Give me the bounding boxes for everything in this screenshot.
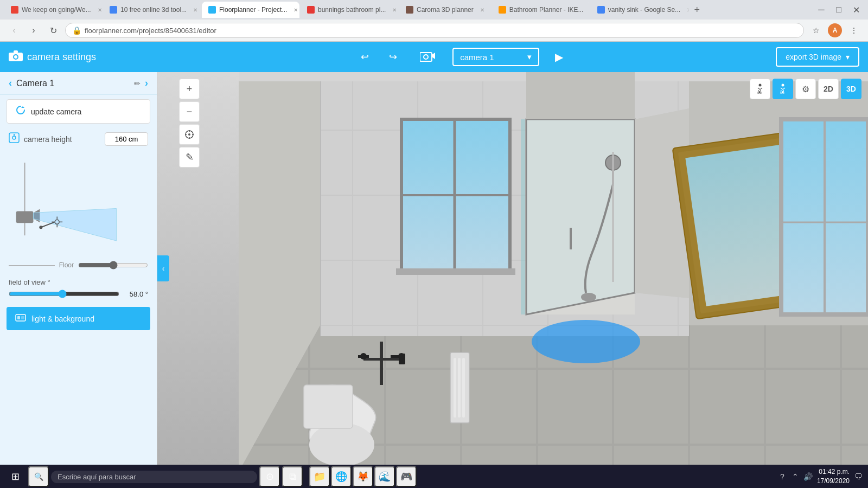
collapse-icon: ‹ bbox=[162, 264, 165, 273]
play-button[interactable]: ▶ bbox=[548, 46, 570, 68]
taskbar-search-bar[interactable] bbox=[51, 471, 257, 483]
camera-height-icon bbox=[9, 132, 20, 146]
taskbar-extra-button[interactable]: 🎮 bbox=[396, 466, 417, 487]
camera-3d-icon bbox=[420, 49, 435, 65]
more-button[interactable]: ⋮ bbox=[846, 23, 861, 38]
browser-controls: ‹ › ↻ 🔒 floorplanner.com/projects/854006… bbox=[0, 20, 868, 41]
forward-button[interactable]: › bbox=[26, 23, 41, 38]
taskbar: ⊞ 🔍 ⊙ ⧉ 📁 🌐 🦊 🌊 🎮 ? ⌃ 🔊 01:42 p.m. 17/09… bbox=[0, 465, 868, 488]
export-button[interactable]: export 3D image ▾ bbox=[776, 47, 859, 67]
camera-name: Camera 1 bbox=[16, 79, 130, 88]
undo-button[interactable]: ↩ bbox=[355, 47, 374, 67]
camera-selector[interactable]: camera 1 ▾ bbox=[452, 48, 539, 66]
taskbar-right: ? ⌃ 🔊 01:42 p.m. 17/09/2020 🗨 bbox=[777, 467, 864, 486]
reload-button[interactable]: ↻ bbox=[46, 23, 61, 38]
tab-favicon-3dtools bbox=[110, 6, 117, 14]
svg-point-31 bbox=[759, 84, 762, 87]
tab-bar: We keep on going/We... ✕ 10 free online … bbox=[0, 0, 868, 20]
taskbar-files-button[interactable]: 📁 bbox=[309, 466, 330, 487]
svg-point-65 bbox=[309, 423, 374, 465]
left-panel: ‹ Camera 1 ✏ › update camera bbox=[0, 72, 157, 465]
camera-edit-icon[interactable]: ✏ bbox=[134, 79, 141, 88]
tab-gmail[interactable]: We keep on going/We... ✕ bbox=[4, 2, 102, 18]
fov-row: 58.0 ° bbox=[9, 290, 148, 298]
fov-slider[interactable] bbox=[9, 290, 119, 298]
mode-2d-button[interactable]: 2D bbox=[818, 79, 839, 99]
new-tab-button[interactable]: + bbox=[690, 2, 705, 17]
mode-3d-button[interactable]: 3D bbox=[841, 79, 861, 99]
tab-label-caroma: Caroma 3D planner bbox=[417, 6, 474, 14]
zoom-out-button[interactable]: − bbox=[179, 101, 200, 122]
close-button[interactable]: ✕ bbox=[848, 2, 864, 17]
tab-close-google[interactable]: ✕ bbox=[687, 7, 688, 13]
taskbar-edge-button[interactable]: 🌊 bbox=[374, 466, 395, 487]
tab-label-floorplanner: Floorplanner - Project... bbox=[219, 6, 287, 14]
redo-button[interactable]: ↪ bbox=[383, 47, 403, 67]
tab-close-gmail[interactable]: ✕ bbox=[98, 7, 102, 13]
tab-3dtools[interactable]: 10 free online 3d tool... ✕ bbox=[103, 2, 201, 18]
url-text: floorplanner.com/projects/85400631/edito… bbox=[85, 27, 216, 35]
address-bar[interactable]: 🔒 floorplanner.com/projects/85400631/edi… bbox=[65, 23, 804, 38]
tab-google[interactable]: vanity sink - Google Se... ✕ bbox=[591, 2, 688, 18]
toolbar-title: camera settings bbox=[27, 52, 96, 63]
taskbar-apps: 📁 🌐 🦊 🌊 🎮 bbox=[309, 466, 417, 487]
security-icon: 🔒 bbox=[72, 26, 81, 35]
svg-point-26 bbox=[188, 133, 190, 136]
light-background-button[interactable]: light & background bbox=[7, 307, 150, 330]
minimize-button[interactable]: ─ bbox=[814, 2, 829, 17]
fov-label: field of view ° bbox=[9, 278, 148, 286]
svg-point-78 bbox=[532, 320, 640, 363]
tab-caroma[interactable]: Caroma 3D planner ✕ bbox=[399, 2, 491, 18]
tab-bunnings[interactable]: bunnings bathroom pl... ✕ bbox=[301, 2, 398, 18]
camera-next-button[interactable]: › bbox=[145, 78, 148, 89]
tab-close-3dtools[interactable]: ✕ bbox=[193, 7, 197, 13]
settings-view-button[interactable]: ⚙ bbox=[795, 79, 816, 99]
tab-floorplanner[interactable]: Floorplanner - Project... ✕ bbox=[202, 2, 299, 18]
svg-rect-46 bbox=[396, 268, 515, 275]
taskbar-firefox-button[interactable]: 🦊 bbox=[353, 466, 373, 487]
taskbar-chrome-button[interactable]: 🌐 bbox=[331, 466, 352, 487]
camera-nav: ‹ Camera 1 ✏ › bbox=[0, 72, 157, 95]
tab-close-floorplanner[interactable]: ✕ bbox=[293, 7, 298, 13]
svg-rect-4 bbox=[420, 53, 432, 61]
maximize-button[interactable]: □ bbox=[831, 2, 846, 17]
back-button[interactable]: ‹ bbox=[7, 23, 22, 38]
tab-label-bunnings: bunnings bathroom pl... bbox=[318, 6, 386, 14]
export-label: export 3D image bbox=[786, 53, 841, 61]
taskbar-time-text: 01:42 p.m. bbox=[817, 467, 850, 477]
zoom-in-button[interactable]: + bbox=[179, 79, 200, 99]
app-container: camera settings ↩ ↪ camera 1 ▾ ▶ export … bbox=[0, 42, 868, 488]
tab-ikea[interactable]: Bathroom Planner - IKE... ✕ bbox=[492, 2, 590, 18]
user-avatar[interactable]: A bbox=[828, 23, 842, 37]
person-view-button[interactable] bbox=[773, 79, 793, 99]
pen-tool-button[interactable]: ✎ bbox=[179, 147, 200, 168]
taskbar-search-button[interactable]: 🔍 bbox=[28, 466, 49, 487]
recenter-button[interactable] bbox=[179, 124, 200, 145]
refresh-icon bbox=[16, 105, 25, 118]
svg-rect-24 bbox=[21, 316, 24, 319]
floor-slider[interactable] bbox=[78, 261, 148, 269]
toolbar-left: camera settings bbox=[0, 42, 157, 72]
svg-rect-3 bbox=[14, 50, 18, 53]
taskbar-cortana-button[interactable]: ⊙ bbox=[259, 466, 280, 487]
svg-rect-66 bbox=[304, 385, 353, 428]
tab-close-caroma[interactable]: ✕ bbox=[480, 7, 484, 13]
taskbar-task-view-button[interactable]: ⧉ bbox=[282, 466, 303, 487]
svg-rect-12 bbox=[16, 211, 33, 223]
svg-rect-48 bbox=[521, 119, 525, 314]
taskbar-search-input[interactable] bbox=[58, 473, 251, 481]
svg-marker-81 bbox=[526, 72, 635, 119]
collapse-panel-button[interactable]: ‹ bbox=[157, 255, 169, 281]
taskbar-volume-icon: 🔊 bbox=[803, 471, 814, 482]
camera-prev-button[interactable]: ‹ bbox=[9, 78, 12, 89]
update-camera-button[interactable]: update camera bbox=[7, 99, 150, 124]
toolbar-right: export 3D image ▾ bbox=[767, 47, 868, 67]
taskbar-notification-icon[interactable]: 🗨 bbox=[853, 471, 864, 482]
svg-rect-76 bbox=[458, 358, 461, 418]
camera-height-input[interactable] bbox=[105, 132, 148, 146]
bookmark-button[interactable]: ☆ bbox=[808, 23, 824, 38]
start-button[interactable]: ⊞ bbox=[4, 467, 26, 486]
svg-point-21 bbox=[39, 226, 42, 229]
tab-close-bunnings[interactable]: ✕ bbox=[392, 7, 397, 13]
walk-mode-button[interactable] bbox=[750, 79, 770, 99]
